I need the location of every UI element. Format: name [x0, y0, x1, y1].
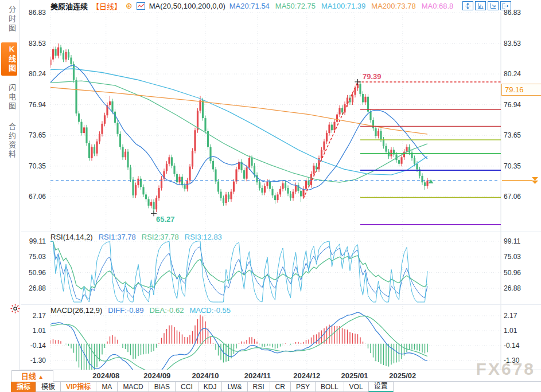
toolbar-item-MACD[interactable]: MACD — [117, 382, 149, 392]
crosshair-move-icon[interactable] — [462, 1, 473, 10]
panel-separator — [21, 232, 541, 232]
macd-title: MACD(26,12,9) — [50, 306, 102, 315]
rsi-axis-label-left: 26.88 — [20, 284, 46, 292]
rsi-axis-label-left: 99.11 — [20, 237, 46, 245]
toolbar-item-PSY[interactable]: PSY — [290, 382, 316, 392]
panel-separator — [21, 304, 541, 305]
toolbar-item-LW&[interactable]: LW& — [221, 382, 247, 392]
axis-line — [0, 370, 541, 370]
toolbar-item-BOLL[interactable]: BOLL — [315, 382, 344, 392]
symbol-name: 美原油连续 — [50, 1, 88, 11]
left-sidebar: 分时图K线图闪电图合约资料 — [0, 0, 20, 392]
sidebar-tab-分时图[interactable]: 分时图 — [1, 3, 17, 36]
ma-values: MA20:71.54MA50:72.75MA100:71.39MA200:73.… — [229, 2, 454, 10]
circle-plus-icon[interactable]: ⊕ — [126, 2, 133, 9]
price-axis-label-right: 83.53 — [504, 40, 521, 48]
price-axis-label-right: 70.35 — [504, 162, 521, 170]
toolbar-item-模板[interactable]: 模板 — [36, 382, 61, 392]
app-window: 分时图K线图闪电图合约资料 美原油连续 【日线】 ⊕ MA(20,50,100,… — [0, 0, 541, 392]
ma-value: MA50:72.75 — [275, 2, 316, 10]
sidebar-tab-闪电图[interactable]: 闪电图 — [1, 81, 17, 113]
rsi-axis-label-right: 50.96 — [504, 269, 521, 277]
triangle-up-icon: ▲ — [38, 374, 44, 380]
watermark: FX678 — [476, 359, 535, 379]
toolbar-item-VOL[interactable]: VOL — [344, 382, 369, 392]
chart-canvas[interactable] — [0, 0, 541, 392]
ma-value: MA0:68.8 — [422, 2, 454, 10]
rsi-value: RSI2:37.78 — [142, 233, 179, 241]
price-axis-label-left: 83.53 — [20, 40, 46, 48]
macd-axis-label-left: 1.01 — [20, 327, 46, 335]
toolbar-item-MA[interactable]: MA — [96, 382, 118, 392]
rsi-value: RSI1:37.78 — [99, 233, 136, 241]
date-axis-label: 2025/01 — [334, 371, 375, 380]
indicator-sun-icon[interactable] — [10, 304, 20, 316]
date-axis-label: 2024/08 — [86, 371, 126, 380]
rsi-axis-label-left: 75.03 — [20, 253, 46, 261]
toolbar-item-设置[interactable]: 设置 — [368, 382, 394, 392]
ma-value: MA100:71.39 — [321, 2, 365, 10]
rsi-axis-label-right: 75.03 — [504, 253, 521, 261]
toolbar-item-指标[interactable]: 指标 — [11, 382, 36, 392]
axis-zoom-in-icon[interactable] — [475, 1, 486, 10]
macd-value: MACD:-0.55 — [189, 306, 231, 315]
macd-axis-label-left: 2.17 — [20, 312, 46, 320]
price-axis-label-right: 73.65 — [504, 131, 521, 139]
bottom-toolbar: 指标模板VIP指标MAMACDBIASCCIKDJLW&RSICRPSYBOLL… — [11, 382, 394, 392]
macd-value: DIFF:-0.89 — [108, 306, 143, 315]
price-axis-label-left: 80.24 — [20, 70, 46, 78]
date-axis-label: 2024/09 — [137, 371, 177, 380]
date-axis-label: 2024/12 — [287, 371, 327, 380]
period-selector[interactable]: 日线 ▲ — [11, 370, 53, 382]
toolbar-item-VIP指标[interactable]: VIP指标 — [60, 382, 96, 392]
price-axis-label-left: 86.83 — [20, 9, 46, 17]
toolbar-item-CR[interactable]: CR — [270, 382, 291, 392]
rsi-panel-header: RSI(14,14,2) RSI1:37.78RSI2:37.78RSI3:12… — [50, 233, 222, 241]
price-axis-label-right: 67.06 — [504, 193, 521, 201]
rsi-value: RSI3:12.83 — [185, 233, 222, 241]
price-axis-label-right: 86.83 — [504, 9, 521, 17]
ma-value: MA20:71.54 — [229, 2, 270, 10]
price-axis-label-right: 80.24 — [504, 70, 521, 78]
macd-axis-label-left: -1.30 — [20, 356, 46, 364]
chart-header: 美原油连续 【日线】 ⊕ MA(20,50,100,200,0,0) MA20:… — [50, 1, 453, 11]
low-price-label: 65.27 — [156, 215, 175, 224]
ma-value: MA200:73.78 — [371, 2, 415, 10]
ma-settings: MA(20,50,100,200,0,0) — [149, 2, 225, 10]
sidebar-tab-合约资料[interactable]: 合约资料 — [1, 120, 17, 162]
macd-panel-header: MACD(26,12,9) DIFF:-0.89DEA:-0.62MACD:-0… — [50, 306, 231, 315]
date-axis-label: 2024/11 — [238, 371, 278, 380]
rsi-axis-label-right: 26.88 — [504, 284, 521, 292]
price-tag-box: 79.16 — [501, 84, 541, 96]
peak-price-label: 79.39 — [363, 72, 382, 81]
chart-type-icon[interactable] — [137, 2, 145, 10]
toolbar-item-CCI[interactable]: CCI — [175, 382, 199, 392]
price-axis-label-left: 73.65 — [20, 131, 46, 139]
rsi-title: RSI(14,14,2) — [50, 233, 93, 241]
toolbar-item-BIAS[interactable]: BIAS — [149, 382, 176, 392]
price-axis-label-left: 70.35 — [20, 162, 46, 170]
sidebar-tab-K线图[interactable]: K线图 — [1, 42, 17, 76]
toolbar-item-KDJ[interactable]: KDJ — [198, 382, 223, 392]
toolbar-item-RSI[interactable]: RSI — [247, 382, 270, 392]
macd-axis-label-right: 1.01 — [504, 327, 517, 335]
macd-axis-label-left: -0.14 — [20, 342, 46, 350]
rsi-axis-label-left: 50.96 — [20, 269, 46, 277]
rsi-axis-label-right: 99.11 — [504, 237, 520, 245]
price-axis-label-right: 76.94 — [504, 101, 521, 109]
price-axis-label-left: 67.06 — [20, 193, 46, 201]
macd-value: DEA:-0.62 — [149, 306, 184, 315]
price-axis-label-left: 76.94 — [20, 101, 46, 109]
period-tag[interactable]: 【日线】 — [92, 1, 122, 11]
date-axis-label: 2025/02 — [383, 371, 423, 380]
date-axis-label: 2024/10 — [185, 371, 225, 380]
axis-zoom-out-icon[interactable] — [488, 1, 499, 10]
macd-axis-label-right: 2.17 — [504, 312, 517, 320]
macd-axis-label-right: -0.14 — [504, 342, 519, 350]
